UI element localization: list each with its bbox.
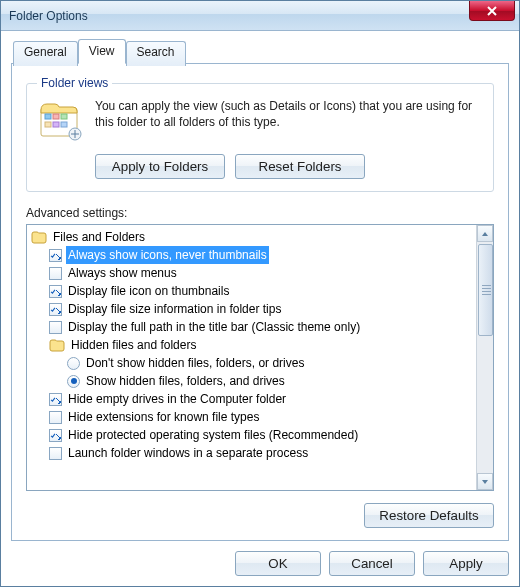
tree-item[interactable]: Don't show hidden files, folders, or dri… (29, 354, 474, 372)
checkbox[interactable] (49, 303, 62, 316)
checkbox[interactable] (49, 393, 62, 406)
tree-item-label: Always show icons, never thumbnails (66, 246, 269, 264)
tree-item[interactable]: Launch folder windows in a separate proc… (29, 444, 474, 462)
restore-defaults-button[interactable]: Restore Defaults (364, 503, 494, 528)
ok-button[interactable]: OK (235, 551, 321, 576)
tree-item-label: Don't show hidden files, folders, or dri… (84, 354, 306, 372)
tree-item-label: Hide extensions for known file types (66, 408, 261, 426)
tree-item[interactable]: Always show menus (29, 264, 474, 282)
tree-item-label: Hidden files and folders (69, 336, 198, 354)
cancel-button[interactable]: Cancel (329, 551, 415, 576)
close-icon (487, 6, 497, 16)
checkbox[interactable] (49, 249, 62, 262)
apply-button[interactable]: Apply (423, 551, 509, 576)
svg-rect-1 (45, 114, 51, 119)
tree-item[interactable]: Display file size information in folder … (29, 300, 474, 318)
tree-item-label: Show hidden files, folders, and drives (84, 372, 287, 390)
folder-views-icon (37, 98, 83, 144)
reset-folders-button[interactable]: Reset Folders (235, 154, 365, 179)
tree-root-files-and-folders[interactable]: Files and Folders (29, 228, 474, 246)
tree-item[interactable]: Hide extensions for known file types (29, 408, 474, 426)
svg-rect-5 (53, 122, 59, 127)
tab-view[interactable]: View (78, 39, 126, 64)
tree-item[interactable]: Hide protected operating system files (R… (29, 426, 474, 444)
tree-item[interactable]: Display the full path in the title bar (… (29, 318, 474, 336)
tree-item-label: Always show menus (66, 264, 179, 282)
checkbox[interactable] (49, 285, 62, 298)
radio[interactable] (67, 375, 80, 388)
tree-item[interactable]: Hide empty drives in the Computer folder (29, 390, 474, 408)
tab-search[interactable]: Search (126, 41, 186, 66)
scroll-up-button[interactable] (477, 225, 493, 242)
tree-item[interactable]: Display file icon on thumbnails (29, 282, 474, 300)
svg-rect-4 (45, 122, 51, 127)
tree-item-label: Display file size information in folder … (66, 300, 283, 318)
scroll-track[interactable] (477, 242, 493, 473)
folder-icon (31, 230, 47, 244)
tree-item[interactable]: Always show icons, never thumbnails (29, 246, 474, 264)
advanced-settings-tree: Files and FoldersAlways show icons, neve… (26, 224, 494, 491)
dialog-buttons: OK Cancel Apply (11, 541, 509, 576)
folder-icon (49, 338, 65, 352)
scroll-down-button[interactable] (477, 473, 493, 490)
svg-rect-6 (61, 122, 67, 127)
svg-rect-2 (53, 114, 59, 119)
svg-rect-3 (61, 114, 67, 119)
tree-item[interactable]: Hidden files and folders (29, 336, 474, 354)
scroll-thumb[interactable] (478, 244, 493, 336)
folder-views-group: Folder views Yo (26, 76, 494, 192)
tree-item-label: Display file icon on thumbnails (66, 282, 231, 300)
tree-item[interactable]: Show hidden files, folders, and drives (29, 372, 474, 390)
checkbox[interactable] (49, 429, 62, 442)
advanced-settings-label: Advanced settings: (26, 206, 494, 220)
checkbox[interactable] (49, 267, 62, 280)
titlebar[interactable]: Folder Options (1, 1, 519, 31)
checkbox[interactable] (49, 321, 62, 334)
tabpanel-view: Folder views Yo (11, 63, 509, 541)
dialog-content: General View Search Folder views (1, 31, 519, 586)
checkbox[interactable] (49, 411, 62, 424)
window-title: Folder Options (9, 9, 88, 23)
tree-item-label: Hide protected operating system files (R… (66, 426, 360, 444)
tab-general[interactable]: General (13, 41, 78, 66)
tree-root-label: Files and Folders (51, 228, 147, 246)
checkbox[interactable] (49, 447, 62, 460)
close-button[interactable] (469, 1, 515, 21)
folder-views-text: You can apply the view (such as Details … (95, 98, 483, 144)
tree-item-label: Display the full path in the title bar (… (66, 318, 362, 336)
scrollbar[interactable] (476, 225, 493, 490)
radio[interactable] (67, 357, 80, 370)
apply-to-folders-button[interactable]: Apply to Folders (95, 154, 225, 179)
folder-views-legend: Folder views (37, 76, 112, 90)
tree-item-label: Hide empty drives in the Computer folder (66, 390, 288, 408)
tree-item-label: Launch folder windows in a separate proc… (66, 444, 310, 462)
tabstrip: General View Search (11, 39, 509, 64)
